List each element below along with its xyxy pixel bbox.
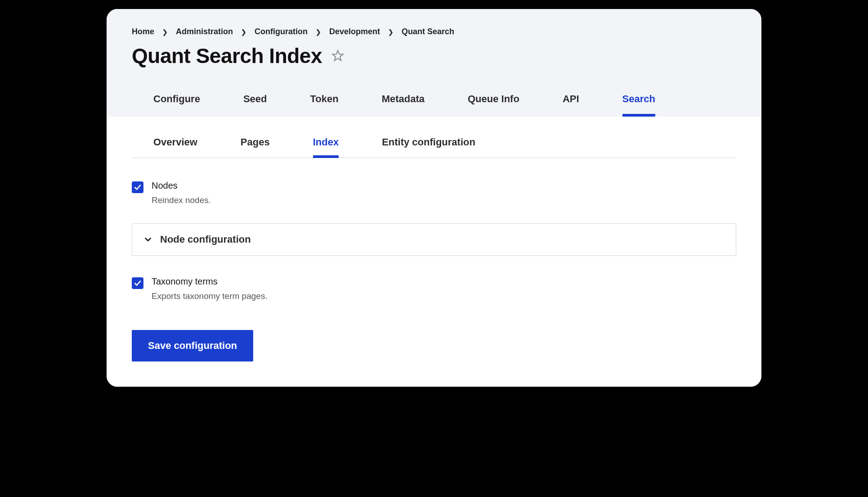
tab-token[interactable]: Token [310, 88, 338, 117]
save-configuration-button[interactable]: Save configuration [132, 330, 253, 361]
subtab-overview[interactable]: Overview [153, 127, 197, 158]
chevron-right-icon: ❯ [388, 28, 394, 36]
tab-queue-info[interactable]: Queue Info [468, 88, 519, 117]
content-region: Overview Pages Index Entity configuratio… [107, 117, 761, 387]
tab-seed[interactable]: Seed [243, 88, 267, 117]
svg-marker-0 [332, 50, 343, 60]
taxonomy-field: Taxonomy terms Exports taxonomy term pag… [132, 276, 736, 301]
taxonomy-text: Taxonomy terms Exports taxonomy term pag… [152, 276, 268, 301]
subtab-pages[interactable]: Pages [241, 127, 270, 158]
tab-api[interactable]: API [563, 88, 579, 117]
header-region: Home ❯ Administration ❯ Configuration ❯ … [107, 9, 761, 117]
breadcrumb-item[interactable]: Configuration [255, 27, 308, 36]
breadcrumb: Home ❯ Administration ❯ Configuration ❯ … [132, 27, 736, 36]
taxonomy-label: Taxonomy terms [152, 276, 268, 287]
nodes-label: Nodes [152, 181, 211, 191]
nodes-checkbox[interactable] [132, 181, 143, 193]
secondary-tabs: Overview Pages Index Entity configuratio… [132, 127, 736, 158]
taxonomy-description: Exports taxonomy term pages. [152, 291, 268, 301]
node-configuration-panel[interactable]: Node configuration [132, 223, 736, 256]
nodes-field: Nodes Reindex nodes. [132, 181, 736, 205]
breadcrumb-item[interactable]: Home [132, 27, 154, 36]
taxonomy-checkbox[interactable] [132, 277, 143, 289]
chevron-right-icon: ❯ [162, 28, 168, 36]
form-area: Nodes Reindex nodes. Node configuration … [132, 158, 736, 361]
breadcrumb-item[interactable]: Quant Search [402, 27, 454, 36]
tab-search[interactable]: Search [622, 88, 655, 117]
breadcrumb-item[interactable]: Development [329, 27, 380, 36]
chevron-right-icon: ❯ [241, 28, 246, 36]
page-title-row: Quant Search Index [132, 44, 736, 68]
star-outline-icon[interactable] [331, 49, 345, 63]
tab-configure[interactable]: Configure [153, 88, 200, 117]
nodes-description: Reindex nodes. [152, 195, 211, 205]
chevron-right-icon: ❯ [316, 28, 321, 36]
admin-window: Home ❯ Administration ❯ Configuration ❯ … [107, 9, 761, 387]
chevron-down-icon [143, 235, 153, 244]
subtab-entity-configuration[interactable]: Entity configuration [382, 127, 475, 158]
breadcrumb-item[interactable]: Administration [176, 27, 233, 36]
node-configuration-title: Node configuration [160, 234, 251, 245]
tab-metadata[interactable]: Metadata [382, 88, 425, 117]
page-title: Quant Search Index [132, 44, 322, 68]
primary-tabs: Configure Seed Token Metadata Queue Info… [132, 88, 736, 117]
subtab-index[interactable]: Index [313, 127, 339, 158]
nodes-text: Nodes Reindex nodes. [152, 181, 211, 205]
